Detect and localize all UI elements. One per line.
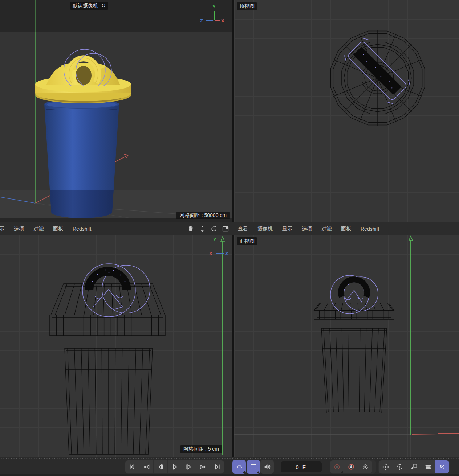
record-keyframe-button[interactable] xyxy=(330,460,344,473)
camera-label[interactable]: 默认摄像机 ↻ xyxy=(70,2,108,10)
parameter-key-button[interactable] xyxy=(421,460,435,473)
play-mode-loop-button[interactable] xyxy=(232,460,246,474)
pan-hand-icon[interactable] xyxy=(186,224,195,234)
axis-z-label: Z xyxy=(225,251,228,256)
front-scene xyxy=(234,235,459,457)
previous-key-button[interactable] xyxy=(139,460,153,473)
grid-spacing-info-perspective: 网格间距 : 50000 cm xyxy=(176,212,230,219)
svg-text:A: A xyxy=(350,465,353,469)
axis-z-label: Z xyxy=(200,18,203,24)
scale-key-button[interactable] xyxy=(407,460,421,473)
grid-spacing-info-wire: 网格间距 : 5 cm xyxy=(180,445,222,453)
key-type-toggles xyxy=(378,460,450,474)
menu-panel-left[interactable]: 面板 xyxy=(53,226,63,232)
handle-wireframe-top xyxy=(342,36,413,106)
menu-camera-right[interactable]: 摄像机 xyxy=(257,226,273,232)
axis-x-label: X xyxy=(221,18,224,24)
axis-y-label: Y xyxy=(212,4,216,9)
menu-filter-right[interactable]: 过滤 xyxy=(321,226,332,232)
viewport-front[interactable]: 正视图 xyxy=(234,235,459,457)
menu-display-right[interactable]: 显示 xyxy=(282,226,292,232)
perspective-scene: Y Z X xyxy=(0,0,232,222)
dolly-zoom-icon[interactable] xyxy=(198,224,207,234)
sound-button[interactable] xyxy=(260,460,274,474)
menu-redshift-left[interactable]: Redshift xyxy=(73,226,91,232)
menu-filter-left[interactable]: 过滤 xyxy=(33,226,44,232)
next-frame-button[interactable] xyxy=(182,460,196,473)
keying-controls: A xyxy=(330,460,376,474)
animation-toolbar: 0 F A xyxy=(0,457,459,474)
timeline-ruler-strip[interactable] xyxy=(0,474,459,476)
maximize-viewport-icon[interactable] xyxy=(221,224,230,234)
menu-display-left[interactable]: 显示 xyxy=(0,226,4,232)
next-key-button[interactable] xyxy=(196,460,210,473)
toolbar-right: 查看 摄像机 显示 选项 过滤 面板 Redshift xyxy=(234,222,459,235)
current-frame-field[interactable]: 0 F xyxy=(281,461,322,472)
menu-view-right[interactable]: 查看 xyxy=(238,226,248,232)
axis-gizmo-wire: Y X Z xyxy=(209,237,228,256)
timebar-separator xyxy=(0,457,459,459)
menu-redshift-right[interactable]: Redshift xyxy=(361,226,379,232)
goto-end-button[interactable] xyxy=(210,460,224,473)
wireframe-scene: Y X Z xyxy=(0,235,232,457)
viewport-top[interactable]: 顶视图 xyxy=(234,0,459,222)
autokey-button[interactable]: A xyxy=(344,460,358,473)
toolbar-left: 显示 选项 过滤 面板 Redshift xyxy=(0,222,232,235)
axis-x-label: X xyxy=(209,251,212,256)
viewport-front-label: 正视图 xyxy=(237,237,257,245)
viewport-wireframe[interactable]: Y X Z 网格间距 : 5 cm xyxy=(0,235,232,457)
rotate-view-icon[interactable] xyxy=(209,224,219,234)
pla-key-button[interactable] xyxy=(435,460,449,473)
menu-options-left[interactable]: 选项 xyxy=(14,226,24,232)
play-button[interactable] xyxy=(168,460,182,473)
menu-panel-right[interactable]: 面板 xyxy=(341,226,351,232)
preview-range-button[interactable] xyxy=(247,460,260,474)
keyframe-settings-gear-icon[interactable] xyxy=(358,460,372,473)
top-scene xyxy=(234,0,459,222)
axis-y-label: Y xyxy=(213,237,216,242)
menu-options-right[interactable]: 选项 xyxy=(302,226,312,232)
viewport-top-label: 顶视图 xyxy=(237,2,257,10)
transport-controls xyxy=(125,460,224,474)
camera-tag-icon[interactable]: ↻ xyxy=(101,3,106,8)
previous-frame-button[interactable] xyxy=(154,460,167,473)
viewport-nav-icons xyxy=(186,224,232,234)
viewport-perspective[interactable]: Y Z X 默认摄像机 ↻ 网格间距 : 50000 cm xyxy=(0,0,232,222)
viewport-toolbars: 显示 选项 过滤 面板 Redshift xyxy=(0,222,459,235)
rotation-key-button[interactable] xyxy=(393,460,407,473)
position-key-button[interactable] xyxy=(379,460,393,473)
goto-start-button[interactable] xyxy=(125,460,139,473)
